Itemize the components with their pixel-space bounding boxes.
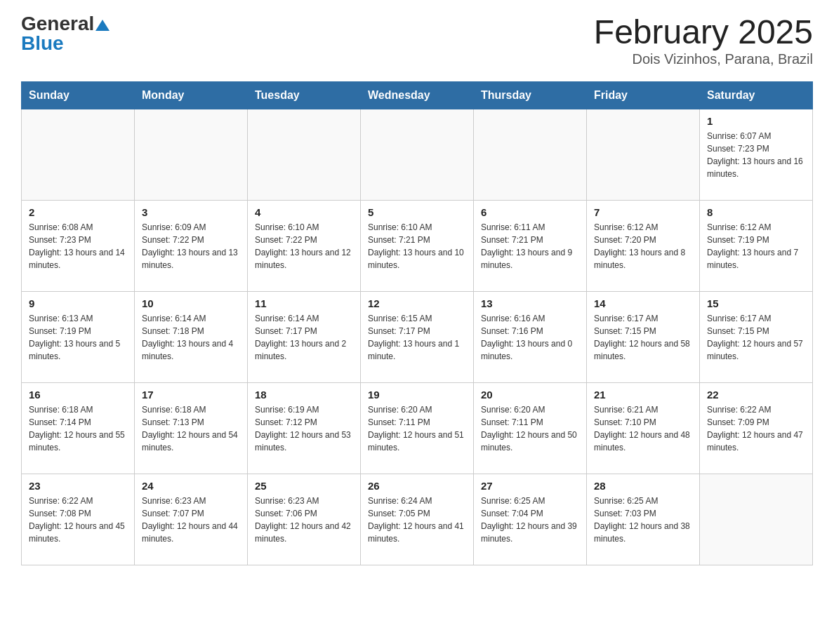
calendar-day-cell: 9Sunrise: 6:13 AM Sunset: 7:19 PM Daylig… — [22, 291, 135, 382]
day-info: Sunrise: 6:16 AM Sunset: 7:16 PM Dayligh… — [481, 312, 579, 363]
day-info: Sunrise: 6:10 AM Sunset: 7:22 PM Dayligh… — [255, 221, 353, 271]
day-number: 12 — [368, 297, 466, 309]
calendar-week-row: 2Sunrise: 6:08 AM Sunset: 7:23 PM Daylig… — [22, 200, 813, 291]
calendar-day-cell: 10Sunrise: 6:14 AM Sunset: 7:18 PM Dayli… — [135, 291, 248, 382]
day-number: 13 — [481, 297, 579, 309]
calendar-day-cell: 2Sunrise: 6:08 AM Sunset: 7:23 PM Daylig… — [22, 200, 135, 291]
day-number: 6 — [481, 206, 579, 218]
calendar-week-row: 1Sunrise: 6:07 AM Sunset: 7:23 PM Daylig… — [22, 109, 813, 200]
day-of-week-header: Friday — [587, 81, 700, 109]
calendar-day-cell: 16Sunrise: 6:18 AM Sunset: 7:14 PM Dayli… — [22, 382, 135, 474]
days-of-week-row: SundayMondayTuesdayWednesdayThursdayFrid… — [22, 81, 813, 109]
day-number: 25 — [255, 480, 353, 492]
calendar-subtitle: Dois Vizinhos, Parana, Brazil — [594, 51, 813, 67]
day-number: 3 — [142, 206, 240, 218]
calendar-table: SundayMondayTuesdayWednesdayThursdayFrid… — [21, 81, 813, 565]
calendar-day-cell — [361, 109, 474, 200]
logo-general: General — [21, 14, 110, 34]
day-of-week-header: Saturday — [700, 81, 813, 109]
calendar-day-cell: 26Sunrise: 6:24 AM Sunset: 7:05 PM Dayli… — [361, 474, 474, 565]
day-number: 19 — [368, 389, 466, 401]
day-of-week-header: Wednesday — [361, 81, 474, 109]
day-number: 21 — [594, 389, 692, 401]
calendar-header: SundayMondayTuesdayWednesdayThursdayFrid… — [22, 81, 813, 109]
calendar-day-cell — [700, 474, 813, 565]
calendar-body: 1Sunrise: 6:07 AM Sunset: 7:23 PM Daylig… — [22, 109, 813, 565]
day-info: Sunrise: 6:11 AM Sunset: 7:21 PM Dayligh… — [481, 221, 579, 271]
day-info: Sunrise: 6:23 AM Sunset: 7:06 PM Dayligh… — [255, 495, 353, 545]
day-info: Sunrise: 6:20 AM Sunset: 7:11 PM Dayligh… — [368, 403, 466, 454]
logo-general-text: General — [21, 14, 94, 34]
day-info: Sunrise: 6:17 AM Sunset: 7:15 PM Dayligh… — [594, 312, 692, 363]
day-info: Sunrise: 6:15 AM Sunset: 7:17 PM Dayligh… — [368, 312, 466, 363]
calendar-day-cell: 19Sunrise: 6:20 AM Sunset: 7:11 PM Dayli… — [361, 382, 474, 474]
day-info: Sunrise: 6:09 AM Sunset: 7:22 PM Dayligh… — [142, 221, 240, 271]
calendar-day-cell — [587, 109, 700, 200]
day-info: Sunrise: 6:25 AM Sunset: 7:03 PM Dayligh… — [594, 495, 692, 545]
calendar-day-cell: 17Sunrise: 6:18 AM Sunset: 7:13 PM Dayli… — [135, 382, 248, 474]
day-info: Sunrise: 6:25 AM Sunset: 7:04 PM Dayligh… — [481, 495, 579, 545]
day-number: 2 — [29, 206, 127, 218]
calendar-week-row: 16Sunrise: 6:18 AM Sunset: 7:14 PM Dayli… — [22, 382, 813, 474]
day-info: Sunrise: 6:18 AM Sunset: 7:14 PM Dayligh… — [29, 403, 127, 454]
day-number: 5 — [368, 206, 466, 218]
day-info: Sunrise: 6:12 AM Sunset: 7:20 PM Dayligh… — [594, 221, 692, 271]
calendar-day-cell: 5Sunrise: 6:10 AM Sunset: 7:21 PM Daylig… — [361, 200, 474, 291]
calendar-day-cell: 23Sunrise: 6:22 AM Sunset: 7:08 PM Dayli… — [22, 474, 135, 565]
day-info: Sunrise: 6:14 AM Sunset: 7:17 PM Dayligh… — [255, 312, 353, 363]
day-info: Sunrise: 6:08 AM Sunset: 7:23 PM Dayligh… — [29, 221, 127, 271]
calendar-day-cell: 24Sunrise: 6:23 AM Sunset: 7:07 PM Dayli… — [135, 474, 248, 565]
day-number: 26 — [368, 480, 466, 492]
logo-blue-text: Blue — [21, 34, 110, 53]
day-number: 15 — [707, 297, 805, 309]
day-number: 18 — [255, 389, 353, 401]
calendar-day-cell: 15Sunrise: 6:17 AM Sunset: 7:15 PM Dayli… — [700, 291, 813, 382]
calendar-day-cell: 11Sunrise: 6:14 AM Sunset: 7:17 PM Dayli… — [248, 291, 361, 382]
calendar-day-cell: 22Sunrise: 6:22 AM Sunset: 7:09 PM Dayli… — [700, 382, 813, 474]
calendar-day-cell: 13Sunrise: 6:16 AM Sunset: 7:16 PM Dayli… — [474, 291, 587, 382]
day-number: 17 — [142, 389, 240, 401]
calendar-day-cell: 20Sunrise: 6:20 AM Sunset: 7:11 PM Dayli… — [474, 382, 587, 474]
day-number: 23 — [29, 480, 127, 492]
day-info: Sunrise: 6:21 AM Sunset: 7:10 PM Dayligh… — [594, 403, 692, 454]
day-number: 1 — [707, 115, 805, 127]
calendar-week-row: 23Sunrise: 6:22 AM Sunset: 7:08 PM Dayli… — [22, 474, 813, 565]
title-section: February 2025 Dois Vizinhos, Parana, Bra… — [594, 14, 813, 67]
day-info: Sunrise: 6:22 AM Sunset: 7:09 PM Dayligh… — [707, 403, 805, 454]
day-info: Sunrise: 6:10 AM Sunset: 7:21 PM Dayligh… — [368, 221, 466, 271]
day-info: Sunrise: 6:20 AM Sunset: 7:11 PM Dayligh… — [481, 403, 579, 454]
day-info: Sunrise: 6:07 AM Sunset: 7:23 PM Dayligh… — [707, 130, 805, 180]
day-info: Sunrise: 6:18 AM Sunset: 7:13 PM Dayligh… — [142, 403, 240, 454]
day-number: 9 — [29, 297, 127, 309]
calendar-day-cell: 8Sunrise: 6:12 AM Sunset: 7:19 PM Daylig… — [700, 200, 813, 291]
day-of-week-header: Tuesday — [248, 81, 361, 109]
calendar-day-cell — [474, 109, 587, 200]
calendar-day-cell: 1Sunrise: 6:07 AM Sunset: 7:23 PM Daylig… — [700, 109, 813, 200]
day-number: 16 — [29, 389, 127, 401]
day-number: 22 — [707, 389, 805, 401]
calendar-day-cell: 6Sunrise: 6:11 AM Sunset: 7:21 PM Daylig… — [474, 200, 587, 291]
day-info: Sunrise: 6:19 AM Sunset: 7:12 PM Dayligh… — [255, 403, 353, 454]
day-info: Sunrise: 6:23 AM Sunset: 7:07 PM Dayligh… — [142, 495, 240, 545]
calendar-day-cell: 21Sunrise: 6:21 AM Sunset: 7:10 PM Dayli… — [587, 382, 700, 474]
calendar-day-cell: 28Sunrise: 6:25 AM Sunset: 7:03 PM Dayli… — [587, 474, 700, 565]
day-number: 27 — [481, 480, 579, 492]
day-info: Sunrise: 6:24 AM Sunset: 7:05 PM Dayligh… — [368, 495, 466, 545]
calendar-day-cell: 3Sunrise: 6:09 AM Sunset: 7:22 PM Daylig… — [135, 200, 248, 291]
day-info: Sunrise: 6:17 AM Sunset: 7:15 PM Dayligh… — [707, 312, 805, 363]
logo-triangle-icon — [95, 20, 110, 31]
calendar-day-cell — [135, 109, 248, 200]
day-number: 4 — [255, 206, 353, 218]
day-number: 10 — [142, 297, 240, 309]
day-number: 8 — [707, 206, 805, 218]
day-number: 24 — [142, 480, 240, 492]
day-number: 14 — [594, 297, 692, 309]
calendar-day-cell: 25Sunrise: 6:23 AM Sunset: 7:06 PM Dayli… — [248, 474, 361, 565]
calendar-day-cell: 27Sunrise: 6:25 AM Sunset: 7:04 PM Dayli… — [474, 474, 587, 565]
logo: General Blue — [21, 14, 110, 53]
calendar-day-cell: 7Sunrise: 6:12 AM Sunset: 7:20 PM Daylig… — [587, 200, 700, 291]
calendar-day-cell: 4Sunrise: 6:10 AM Sunset: 7:22 PM Daylig… — [248, 200, 361, 291]
calendar-day-cell: 14Sunrise: 6:17 AM Sunset: 7:15 PM Dayli… — [587, 291, 700, 382]
day-number: 28 — [594, 480, 692, 492]
day-info: Sunrise: 6:13 AM Sunset: 7:19 PM Dayligh… — [29, 312, 127, 363]
